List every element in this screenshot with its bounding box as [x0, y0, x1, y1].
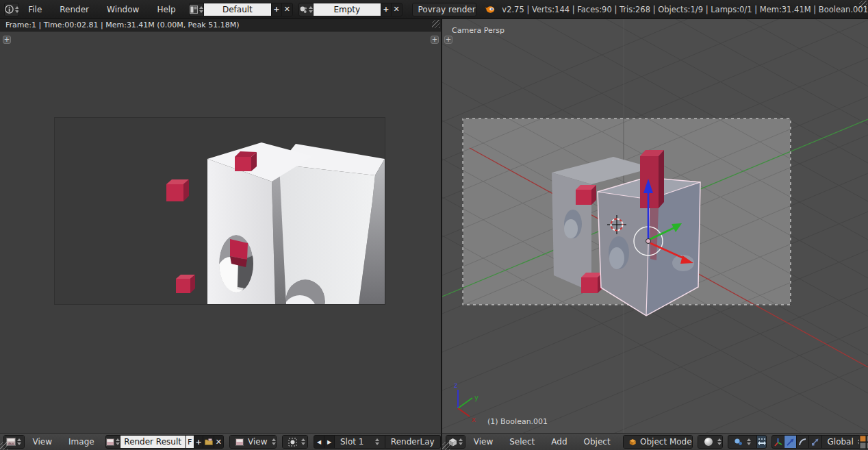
manipulate-centers-toggle[interactable] [757, 436, 767, 448]
mode-value: Object Mode [640, 437, 692, 447]
render-engine-value: Povray render [418, 5, 476, 14]
pivot-point-icon [734, 438, 743, 446]
slot-value: Slot 1 [340, 437, 363, 447]
scene-icon [299, 5, 307, 14]
menu-render[interactable]: Render [51, 5, 98, 14]
scene-selector: Empty + ✕ [298, 3, 403, 16]
shading-sphere-icon [704, 437, 713, 447]
scene-statistics: v2.75 | Verts:144 | Faces:90 | Tris:268 … [502, 5, 868, 14]
3d-view-header: View Select Add Object Object Mode [442, 433, 868, 450]
boolean-cube-small-bottom[interactable] [581, 273, 602, 293]
object-mode-icon [629, 438, 636, 447]
manipulator-toggle-button[interactable] [772, 435, 784, 449]
menu-help[interactable]: Help [148, 5, 184, 14]
gizmo-x-label: x [472, 416, 476, 423]
editor-type-arrows [15, 6, 19, 13]
pivot-point-selector[interactable] [728, 436, 757, 448]
expand-panel-icon[interactable]: + [444, 36, 452, 44]
scale-manipulator-button[interactable] [809, 435, 821, 449]
rotate-manipulator-button[interactable] [797, 435, 809, 449]
prev-slot-button[interactable]: ◀ [314, 436, 324, 448]
gizmo-z-label: z [454, 382, 457, 389]
3d-menu-add[interactable]: Add [543, 437, 575, 447]
render-engine-selector[interactable]: Povray render [412, 3, 477, 16]
menu-window[interactable]: Window [98, 5, 148, 14]
corner-grip[interactable] [442, 442, 450, 450]
viewport-shading-selector[interactable] [698, 435, 723, 449]
render-layer-value: RenderLay [391, 437, 435, 447]
3d-viewport-area: z y x Camera Persp (1) Boolean.001 + [442, 19, 868, 433]
rotate-arc-icon [798, 438, 807, 447]
image-thumb-icon [106, 438, 114, 446]
active-layer-cell[interactable] [860, 436, 866, 442]
image-view-icon [235, 438, 244, 446]
translate-manipulator-button[interactable] [784, 435, 797, 449]
image-datablock-selector: Render Result F + ✕ [105, 435, 224, 449]
info-icon [5, 5, 14, 14]
3d-menu-object[interactable]: Object [576, 437, 619, 447]
mode-selector[interactable]: Object Mode [623, 435, 693, 449]
image-view-dropdown[interactable]: View [229, 435, 276, 449]
uv-image-editor-area: Frame:1 | Time:00:02.81 | Mem:31.41M (0.… [0, 19, 442, 433]
expand-panel-right-icon[interactable]: + [431, 36, 439, 44]
image-name-field[interactable]: Render Result [120, 436, 186, 448]
manipulator-axes-icon [774, 438, 782, 447]
3d-menu-select[interactable]: Select [501, 437, 543, 447]
render-result-image[interactable] [55, 118, 385, 304]
object-origin-dot [646, 239, 651, 244]
screen-layout-icon [190, 5, 198, 14]
boolean-cube-small-top[interactable] [576, 185, 596, 205]
orientation-value: Global [828, 437, 854, 447]
display-channels-selector[interactable] [282, 435, 309, 449]
image-browse-button[interactable] [106, 436, 120, 448]
scene-add-button[interactable]: + [381, 3, 392, 16]
corner-grip[interactable] [0, 442, 8, 450]
next-slot-button[interactable]: ▶ [324, 436, 335, 448]
image-menu-view[interactable]: View [25, 437, 60, 447]
layout-name-field[interactable]: Default [204, 3, 272, 16]
image-menu-image[interactable]: Image [60, 437, 103, 447]
color-alpha-channels-icon [288, 438, 297, 447]
active-object-label: (1) Boolean.001 [487, 417, 548, 426]
scene-delete-button[interactable]: ✕ [392, 3, 402, 16]
gizmo-y-label: y [474, 394, 478, 401]
info-editor-selector[interactable] [4, 3, 19, 16]
open-image-button[interactable] [203, 436, 214, 448]
unlink-image-button[interactable]: ✕ [214, 436, 223, 448]
layout-add-button[interactable]: + [272, 3, 282, 16]
render-slot-group: ◀ ▶ Slot 1 RenderLay [314, 435, 441, 449]
render-info-bar: Frame:1 | Time:00:02.81 | Mem:31.41M (0.… [0, 19, 441, 32]
pivot-center-group [728, 435, 767, 449]
screen-layout-selector: Default + ✕ [189, 3, 293, 16]
layout-browse-button[interactable] [190, 3, 204, 16]
manipulator-group: Global [771, 435, 868, 449]
new-image-button[interactable]: + [194, 436, 204, 448]
3d-viewport-canvas[interactable]: z y x [442, 19, 868, 433]
top-header-bar: File Render Window Help Default + ✕ Empt… [0, 0, 868, 19]
layers-widget[interactable] [859, 435, 868, 449]
scene-browse-button[interactable] [299, 3, 314, 16]
translate-arrow-icon [786, 438, 795, 447]
render-layer-dropdown[interactable]: RenderLay [385, 436, 440, 448]
expand-panel-left-icon[interactable]: + [3, 36, 11, 44]
folder-icon [205, 438, 213, 445]
slot-dropdown[interactable]: Slot 1 [335, 436, 385, 448]
centers-only-icon [757, 438, 767, 446]
area-resize-grip[interactable] [432, 20, 440, 28]
layout-delete-button[interactable]: ✕ [282, 3, 292, 16]
image-editor-header: View Image Render Result F + ✕ View [0, 433, 442, 450]
scene-name-field[interactable]: Empty [314, 3, 381, 16]
blender-logo-icon [485, 4, 495, 15]
image-view-value: View [248, 437, 267, 447]
scale-arrow-icon [810, 438, 819, 447]
fake-user-button[interactable]: F [186, 436, 194, 448]
menu-file[interactable]: File [19, 5, 51, 14]
3d-menu-view[interactable]: View [465, 437, 501, 447]
rendered-right-slab [279, 144, 385, 304]
view-name-label: Camera Persp [452, 26, 505, 35]
window-corner-grip[interactable] [859, 1, 867, 9]
